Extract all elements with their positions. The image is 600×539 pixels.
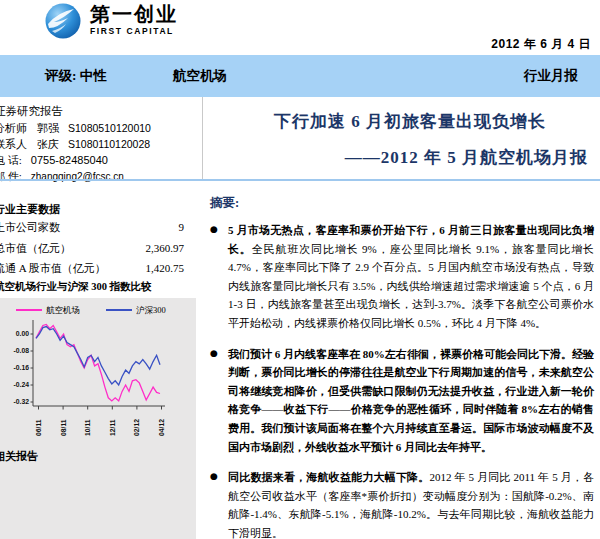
bullet-icon: ● (210, 224, 218, 234)
analyst-name: 郭强 (37, 122, 59, 134)
category-bar: 评级: 中性 航空机场 行业月报 (0, 55, 600, 97)
contact-name: 张庆 (37, 138, 59, 150)
summary-bullet: ● 同比数据来看，海航收益能力大幅下降。2012 年 5 月同比 2011 年 … (210, 468, 594, 539)
report-page: 第一创业 FIRST CAPITAL 2012 年 6 月 4 日 评级: 中性… (0, 0, 600, 539)
series-line-icon (16, 309, 42, 311)
related-reports-title: 相关报告 (0, 449, 196, 464)
row-value: 1,420.75 (146, 259, 185, 279)
summary-bullet-list: ● 5 月市场无热点，客座率和票价开始下行，6 月前三日旅客量出现同比负增长。全… (210, 221, 600, 539)
contact-row: 联系人张庆S1080110120028 (0, 136, 194, 152)
industry-label: 航空机场 (173, 55, 227, 97)
series-line-icon (106, 309, 132, 311)
globe-icon (44, 2, 82, 40)
logo-name-cn: 第一创业 (90, 2, 178, 26)
legend-label: 航空机场 (46, 305, 80, 315)
summary-bullet: ● 5 月市场无热点，客座率和票价开始下行，6 月前三日旅客量出现同比负增长。全… (210, 221, 594, 333)
contact-label: 联系人 (0, 138, 27, 150)
main-content: 下行加速 6 月初旅客量出现负增长 ——2012 年 5 月航空机场月报 摘要:… (202, 97, 600, 539)
email-row: 邮 件:zhangqing2@fcsc.cn (0, 168, 194, 185)
industry-data-block: 行业主要数据 上市公司家数 9 总市值（亿元） 2,360.97 流通 A 股市… (0, 201, 194, 279)
phone-label: 电 话: (0, 154, 22, 166)
analyst-contact-block: 证券研究报告 分析师郭强S1080510120010 联系人张庆S1080110… (0, 103, 194, 185)
svg-text:10/11: 10/11 (84, 419, 91, 436)
analyst-code: S1080510120010 (68, 122, 151, 134)
bullet-icon: ● (210, 471, 218, 481)
legend-label: 沪深300 (136, 305, 166, 315)
industry-data-title: 行业主要数据 (0, 201, 194, 217)
legend-item: 航空机场 (16, 305, 80, 315)
svg-text:12/11: 12/11 (109, 419, 116, 436)
comparison-line-chart: 0.00-0.08-0.16-0.24-0.3206/1108/1110/111… (0, 316, 196, 440)
svg-text:02/12: 02/12 (133, 419, 140, 436)
phone-row: 电 话:0755-82485040 (0, 152, 194, 168)
report-category: 证券研究报告 (0, 103, 194, 120)
svg-text:08/11: 08/11 (60, 419, 67, 436)
company-logo: 第一创业 FIRST CAPITAL (44, 2, 178, 40)
summary-bullet: ● 我们预计 6 月内线客座率在 80%左右徘徊，裸票价格可能会同比下滑。经验判… (210, 345, 594, 457)
analyst-row: 分析师郭强S1080510120010 (0, 120, 194, 136)
svg-text:-0.24: -0.24 (14, 381, 30, 388)
sidebar-chart-title: 航空机场行业与沪深 300 指数比较 (0, 280, 152, 294)
report-date: 2012 年 6 月 4 日 (491, 36, 591, 53)
rating-label: 评级: 中性 (45, 55, 107, 97)
table-row: 总市值（亿元） 2,360.97 (0, 239, 194, 259)
svg-text:-0.08: -0.08 (14, 347, 30, 354)
chart-and-reports-section: 航空机场 沪深300 0.00-0.08-0.16-0.24-0.3206/11… (0, 298, 196, 539)
analyst-label: 分析师 (0, 122, 27, 134)
logo-name-en: FIRST CAPITAL (90, 26, 178, 36)
table-row: 上市公司家数 9 (0, 218, 194, 238)
svg-text:0.00: 0.00 (16, 330, 29, 337)
report-type-label: 行业月报 (524, 55, 578, 97)
phone-value: 0755-82485040 (31, 154, 108, 166)
bullet-bold-text: 我们预计 6 月内线客座率在 80%左右徘徊，裸票价格可能会同比下滑。经验判断，… (228, 348, 594, 453)
svg-text:04/12: 04/12 (158, 419, 165, 436)
bullet-icon: ● (210, 348, 218, 358)
row-value: 2,360.97 (146, 239, 185, 259)
chart-legend: 航空机场 沪深300 (0, 298, 196, 316)
legend-item: 沪深300 (106, 305, 166, 315)
row-label: 总市值（亿元） (0, 239, 71, 259)
row-label: 流通 A 股市值（亿元） (0, 259, 106, 279)
bullet-text: 全民航班次同比增长 9%，座公里同比增长 9.1%，旅客量同比增长 4.7%，客… (228, 243, 594, 329)
svg-text:-0.16: -0.16 (14, 364, 30, 371)
table-row: 流通 A 股市值（亿元） 1,420.75 (0, 259, 194, 279)
row-label: 上市公司家数 (0, 218, 60, 238)
sidebar: 证券研究报告 分析师郭强S1080510120010 联系人张庆S1080110… (0, 97, 196, 539)
report-title: 下行加速 6 月初旅客量出现负增长 (202, 110, 600, 133)
report-subtitle: ——2012 年 5 月航空机场月报 (202, 146, 600, 169)
contact-code: S1080110120028 (68, 138, 150, 150)
summary-heading: 摘要: (210, 195, 600, 212)
bullet-bold-text: 同比数据来看，海航收益能力大幅下降。 (228, 471, 429, 483)
svg-text:06/11: 06/11 (35, 419, 42, 436)
svg-text:-0.32: -0.32 (14, 398, 30, 405)
row-value: 9 (179, 218, 185, 238)
